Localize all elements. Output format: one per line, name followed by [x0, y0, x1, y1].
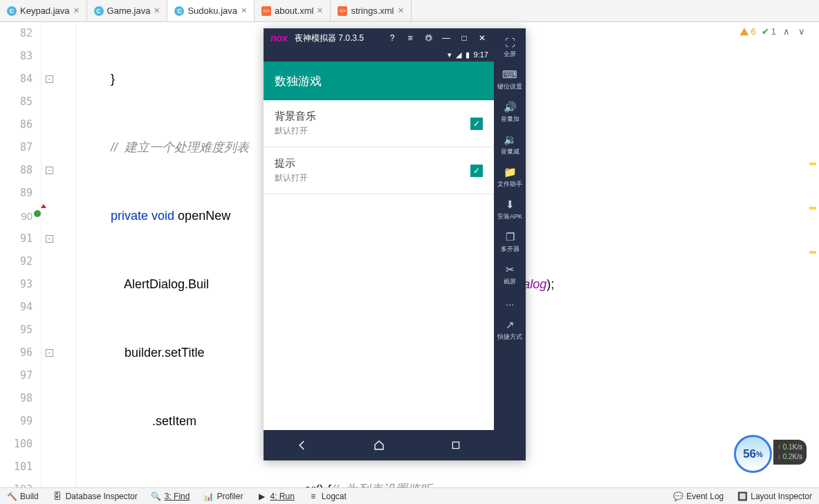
settings-icon[interactable]	[423, 33, 433, 43]
xml-icon: <>	[261, 6, 271, 16]
java-icon: C	[174, 6, 184, 16]
hammer-icon: 🔨	[7, 492, 17, 501]
android-navbar	[264, 430, 494, 460]
build-tool[interactable]: 🔨Build	[0, 492, 46, 501]
close-icon[interactable]: ✕	[477, 33, 487, 43]
volume-down-button[interactable]: 🔉音量减	[496, 131, 524, 159]
logcat-icon: ≡	[309, 492, 318, 501]
close-icon[interactable]: ✕	[154, 6, 160, 15]
checks-count[interactable]: ✔1	[762, 26, 776, 37]
fold-icon[interactable]: −	[46, 75, 53, 83]
layout-inspector-tool[interactable]: 🔲Layout Inspector	[730, 492, 819, 501]
cpu-usage-badge: 56%	[734, 435, 772, 473]
wifi-icon: ▾	[448, 50, 452, 59]
emulator-window: nox 夜神模拟器 7.0.3.5 ? ≡ — □ ✕ ▾ ◢ ▮ 9:17 数…	[264, 28, 526, 460]
next-highlight-icon[interactable]: ∨	[797, 26, 807, 37]
setting-music[interactable]: 背景音乐默认打开 ✓	[264, 100, 494, 147]
keyboard-button[interactable]: ⌨键位设置	[496, 66, 524, 94]
shortcut-button[interactable]: ↗快捷方式	[496, 316, 524, 344]
emulator-title: 夜神模拟器 7.0.3.5	[295, 32, 364, 44]
search-icon: 🔍	[151, 492, 161, 501]
close-icon[interactable]: ✕	[241, 6, 247, 15]
inspection-summary: 6 ✔1 ∧ ∨	[739, 26, 807, 37]
close-icon[interactable]: ✕	[317, 6, 323, 15]
tab-strings-xml[interactable]: <>strings.xml✕	[331, 0, 411, 21]
warning-marker[interactable]	[809, 251, 816, 254]
emulator-titlebar[interactable]: nox 夜神模拟器 7.0.3.5 ? ≡ — □ ✕	[264, 28, 494, 48]
database-tool[interactable]: 🗄Database Inspector	[46, 492, 145, 501]
profiler-icon: 📊	[203, 492, 213, 501]
install-apk-button[interactable]: ⬇安装APK	[496, 196, 524, 224]
prev-highlight-icon[interactable]: ∧	[782, 26, 791, 37]
fold-icon[interactable]: −	[46, 349, 53, 357]
tool-window-bar: 🔨Build 🗄Database Inspector 🔍3: Find 📊Pro…	[0, 487, 819, 504]
tab-game[interactable]: CGame.java✕	[87, 0, 168, 21]
home-icon[interactable]	[372, 438, 386, 452]
database-icon: 🗄	[53, 492, 62, 501]
screenshot-button[interactable]: ✂截屏	[496, 261, 524, 289]
more-button[interactable]: ...	[496, 293, 524, 312]
app-bar: 数独游戏	[264, 62, 494, 100]
help-icon[interactable]: ?	[387, 33, 397, 43]
close-icon[interactable]: ✕	[398, 6, 404, 15]
emulator-sidebar: ⛶全屏 ⌨键位设置 🔊音量加 🔉音量减 📁文件助手 ⬇安装APK ❐多开器 ✂截…	[494, 28, 526, 460]
profiler-tool[interactable]: 📊Profiler	[196, 492, 250, 501]
xml-icon: <>	[338, 6, 347, 16]
signal-icon: ◢	[456, 50, 461, 59]
tab-keypad[interactable]: CKeypad.java✕	[0, 0, 87, 21]
layout-icon: 🔲	[737, 492, 747, 501]
svg-rect-0	[452, 442, 459, 448]
tab-sudoku[interactable]: CSudoku.java✕	[167, 0, 255, 21]
setting-hints[interactable]: 提示默认打开 ✓	[264, 147, 494, 194]
net-speed: ↑ 0.1K/s ↓ 0.2K/s	[773, 440, 807, 465]
run-tool[interactable]: ▶4: Run	[250, 492, 301, 501]
minimize-icon[interactable]: —	[441, 33, 451, 43]
android-statusbar: ▾ ◢ ▮ 9:17	[264, 48, 494, 62]
checkbox-icon[interactable]: ✓	[470, 118, 483, 130]
bookmark-icon[interactable]	[34, 210, 41, 217]
play-icon: ▶	[257, 492, 266, 501]
volume-up-button[interactable]: 🔊音量加	[496, 98, 524, 127]
nox-logo: nox	[270, 32, 288, 44]
eventlog-icon: 💬	[673, 492, 683, 501]
recents-icon[interactable]	[449, 438, 463, 452]
error-stripe	[809, 162, 816, 295]
java-icon: C	[94, 6, 104, 16]
logcat-tool[interactable]: ≡Logcat	[302, 492, 353, 501]
multi-instance-button[interactable]: ❐多开器	[496, 228, 524, 256]
fold-gutter: − − − −	[42, 22, 76, 487]
file-helper-button[interactable]: 📁文件助手	[496, 163, 524, 192]
checkbox-icon[interactable]: ✓	[470, 165, 483, 177]
warning-marker[interactable]	[809, 207, 816, 209]
status-time: 9:17	[474, 50, 488, 59]
fold-icon[interactable]: −	[46, 235, 53, 243]
line-numbers: 828384 858687 8889 90 919293 949596 9798…	[0, 22, 42, 487]
tab-about-xml[interactable]: <>about.xml✕	[255, 0, 331, 21]
close-icon[interactable]: ✕	[73, 6, 80, 15]
back-icon[interactable]	[295, 438, 309, 452]
fullscreen-button[interactable]: ⛶全屏	[496, 34, 524, 62]
maximize-icon[interactable]: □	[459, 33, 469, 43]
warning-marker[interactable]	[809, 162, 816, 165]
java-icon: C	[7, 6, 17, 16]
editor-tabs: CKeypad.java✕ CGame.java✕ CSudoku.java✕ …	[0, 0, 819, 22]
event-log-tool[interactable]: 💬Event Log	[666, 492, 730, 501]
find-tool[interactable]: 🔍3: Find	[145, 492, 197, 501]
battery-icon: ▮	[466, 50, 470, 59]
menu-icon[interactable]: ≡	[405, 33, 415, 43]
warnings-count[interactable]: 6	[739, 26, 756, 37]
fold-icon[interactable]: −	[46, 167, 53, 174]
